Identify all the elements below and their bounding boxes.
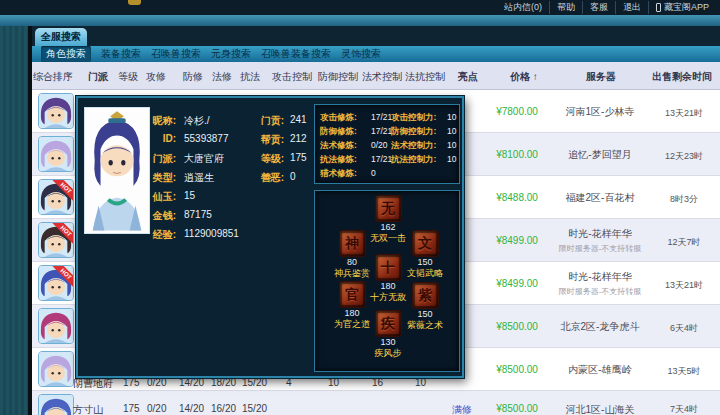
mengong-label: 门贡: [240,114,284,128]
skill-icon: 神 [340,231,365,256]
filter-sort[interactable]: 综合排序 [33,70,73,84]
time-left: 13天21时 [640,107,720,120]
money-value: 87175 [184,209,212,220]
time-left: 13天21时 [640,279,720,292]
cell-menpai: 方寸山 [73,403,103,415]
table-row[interactable]: 方寸山 175 0/20 14/20 16/20 15/20 满修 ¥8500.… [32,391,720,415]
shane-value: 0 [290,171,296,182]
cultivation-panel: 攻击修炼:17/21 攻击控制力:10 防御修炼:17/21 防御控制力:10 … [314,104,460,184]
skill-icon: 官 [340,282,365,307]
avatar[interactable] [38,351,74,387]
avatar[interactable]: HOT [38,179,74,215]
cell-menpai: 阴曹地府 [73,377,113,391]
filter-time-left[interactable]: 出售剩余时间 [652,70,712,84]
exp-label: 经验: [132,228,176,242]
id-value: 55393877 [184,133,229,144]
cell-fangkong: 10 [328,377,339,388]
level-label: 等级: [240,152,284,166]
level-value: 175 [290,152,307,163]
tab-global-search[interactable]: 全服搜索 [35,28,87,46]
skill-item: 疾 130 疾风步 [356,311,420,360]
phone-icon [656,3,661,12]
subtab-pet-search[interactable]: 召唤兽搜索 [151,47,201,61]
banggong-label: 帮贡: [240,133,284,147]
shane-label: 善恶: [240,171,284,185]
money-label: 金钱: [132,209,176,223]
subtab-yuanshen-search[interactable]: 元身搜索 [211,47,251,61]
topbar-link-logout[interactable]: 退出 [615,1,648,14]
time-left: 8时3分 [640,193,720,206]
menpai-label: 门派: [132,152,176,166]
cell-kangfa: 15/20 [242,377,267,388]
skill-icon: 疾 [376,311,401,336]
cell-kangkong: 10 [415,377,426,388]
menpai-value: 大唐官府 [184,152,224,166]
cell-gongxiu: 0/20 [147,377,166,388]
topbar-link-help[interactable]: 帮助 [549,1,582,14]
search-subtabs: 角色搜索 装备搜索 召唤兽搜索 元身搜索 召唤兽装备搜索 灵饰搜索 [32,46,720,62]
avatar[interactable] [38,394,74,415]
filter-gongxiu[interactable]: 攻修 [146,70,166,84]
avatar[interactable] [38,136,74,172]
skill-icon: 文 [413,231,438,256]
time-left: 12天7时 [640,236,720,249]
filter-kangkong[interactable]: 法抗控制 [405,70,445,84]
tab-band [32,26,720,46]
cell-gongkong: 4 [286,377,292,388]
cell-fangxiu: 14/20 [179,403,204,414]
subtab-role-search[interactable]: 角色搜索 [41,46,91,62]
filter-header-row: 综合排序 门派 等级 攻修 防修 法修 抗法 攻击控制 防御控制 法术控制 法抗… [32,62,720,90]
cell-faxiu: 18/20 [211,377,236,388]
cell-kangfa: 15/20 [242,403,267,414]
avatar[interactable]: HOT [38,222,74,258]
skills-panel: 无 162 无双一击 神 80 神兵鉴赏 文 150 文韬武略 十 180 十方… [314,190,460,372]
cell-fangxiu: 14/20 [179,377,204,388]
cell-level: 175 [123,377,140,388]
time-left: 7天4时 [640,403,720,415]
subtab-equip-search[interactable]: 装备搜索 [101,47,141,61]
filter-level[interactable]: 等级 [118,70,138,84]
topbar-app-label: 藏宝阁APP [664,1,709,14]
topbar-link-service[interactable]: 客服 [582,1,615,14]
filter-gongkong[interactable]: 攻击控制 [272,70,312,84]
cell-level: 175 [123,403,140,414]
mengong-value: 241 [290,114,307,125]
cell-faxiu: 16/20 [211,403,236,414]
avatar[interactable] [38,93,74,129]
filter-faxiu[interactable]: 法修 [212,70,232,84]
topbar: 站内信(0) 帮助 客服 退出 藏宝阁APP [0,0,720,15]
filter-fangxiu[interactable]: 防修 [183,70,203,84]
topbar-links: 站内信(0) 帮助 客服 退出 藏宝阁APP [497,0,716,15]
server-note: 限时服务器-不支持转服 [559,243,642,254]
avatar[interactable]: HOT [38,265,74,301]
filter-price-sort[interactable]: 价格 ↑ [510,70,538,84]
type-label: 类型: [132,171,176,185]
id-label: ID: [132,133,176,144]
topbar-link-app[interactable]: 藏宝阁APP [648,1,716,14]
skill-icon: 紫 [413,283,438,308]
type-value: 逍遥生 [184,171,214,185]
time-left: 6天4时 [640,322,720,335]
filter-highlight[interactable]: 亮点 [458,70,478,84]
filter-server[interactable]: 服务器 [586,70,616,84]
skill-icon: 无 [376,196,401,221]
filter-menpai[interactable]: 门派 [88,70,108,84]
subtab-pet-equip-search[interactable]: 召唤兽装备搜索 [261,47,331,61]
subtab-lingshi-search[interactable]: 灵饰搜索 [341,47,381,61]
nickname-value: 冷杉./ [184,114,210,128]
time-left: 13天5时 [640,365,720,378]
character-detail-popup: 昵称: 冷杉./ ID: 55393877 门派: 大唐官府 类型: 逍遥生 仙… [76,96,464,378]
logo-fragment [128,0,141,5]
filter-kangfa[interactable]: 抗法 [240,70,260,84]
skill-icon: 十 [376,255,401,280]
cell-gongxiu: 0/20 [147,403,166,414]
xianyu-label: 仙玉: [132,190,176,204]
server-note: 限时服务器-不支持转服 [559,286,642,297]
filter-fakong[interactable]: 法术控制 [362,70,402,84]
avatar[interactable] [38,308,74,344]
exp-value: 1129009851 [184,228,239,239]
banggong-value: 212 [290,133,307,144]
topbar-link-mail[interactable]: 站内信(0) [497,1,549,14]
filter-fangkong[interactable]: 防御控制 [318,70,358,84]
cell-fakong: 16 [372,377,383,388]
